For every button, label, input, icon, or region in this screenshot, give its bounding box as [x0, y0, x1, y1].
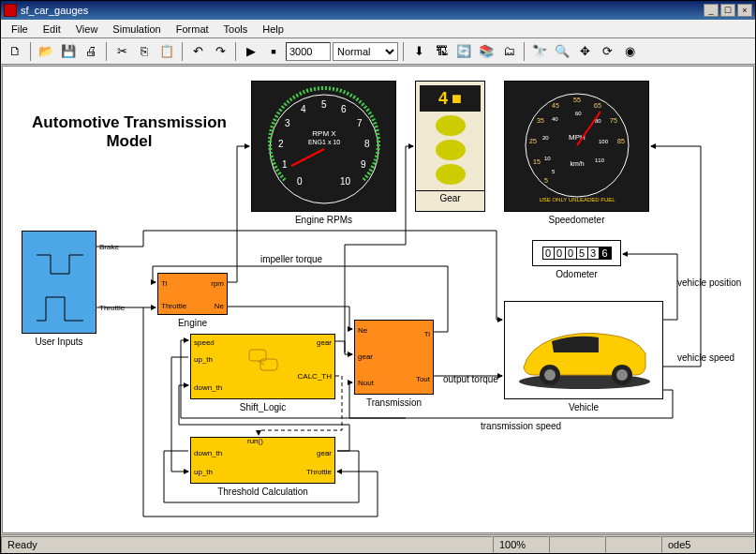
svg-text:7: 7: [357, 118, 363, 128]
redo-button[interactable]: ↷: [210, 41, 230, 62]
block-shift-logic[interactable]: speed up_th down_th gear CALC_TH: [190, 334, 335, 399]
sig-impeller-torque: impeller torque: [260, 254, 322, 264]
menu-format[interactable]: Format: [170, 22, 215, 37]
menu-tools[interactable]: Tools: [217, 22, 255, 37]
close-button[interactable]: ×: [737, 4, 752, 17]
play-button[interactable]: ▶: [241, 41, 261, 62]
sig-vehicle-position: vehicle position: [677, 277, 724, 288]
menu-help[interactable]: Help: [256, 22, 290, 37]
label-vehicle: Vehicle: [504, 402, 663, 412]
find-button[interactable]: 🔭: [529, 41, 550, 62]
stop-button[interactable]: ■: [263, 41, 284, 62]
sig-vehicle-speed: vehicle speed: [677, 352, 724, 363]
svg-text:5: 5: [544, 177, 548, 184]
cut-button[interactable]: ✂: [111, 41, 132, 62]
block-vehicle[interactable]: [504, 301, 663, 399]
window-title: sf_car_gauges: [21, 5, 88, 16]
label-engine-rpms: Engine RPMs: [251, 215, 396, 225]
toolbar: 🗋 📂 💾 🖨 ✂ ⎘ 📋 ↶ ↷ ▶ ■ Normal ⬇ 🏗 🔄 📚 🗂 🔭…: [1, 38, 755, 65]
simmode-select[interactable]: Normal: [333, 42, 398, 61]
explorer-button[interactable]: 🗂: [498, 41, 519, 62]
svg-text:4: 4: [301, 104, 306, 114]
svg-text:8: 8: [364, 139, 370, 149]
svg-point-44: [616, 369, 628, 381]
stoptime-input[interactable]: [286, 42, 331, 61]
svg-text:9: 9: [361, 159, 366, 170]
maximize-button[interactable]: ☐: [720, 4, 735, 17]
label-shift-logic: Shift_Logic: [190, 402, 335, 412]
label-odometer: Odometer: [532, 269, 621, 279]
status-ready: Ready: [1, 536, 493, 553]
svg-text:6: 6: [341, 104, 347, 114]
copy-button[interactable]: ⎘: [134, 41, 155, 62]
label-speedometer: Speedometer: [504, 215, 649, 225]
svg-text:3: 3: [285, 118, 290, 128]
menu-edit[interactable]: Edit: [37, 22, 67, 37]
svg-text:75: 75: [610, 117, 617, 124]
svg-text:25: 25: [529, 138, 537, 144]
svg-text:45: 45: [552, 102, 559, 109]
block-user-inputs[interactable]: [22, 231, 96, 334]
svg-text:85: 85: [617, 138, 625, 144]
titlebar[interactable]: sf_car_gauges _ ☐ ×: [1, 1, 755, 20]
svg-text:1: 1: [282, 159, 288, 170]
status-zoom: 100%: [493, 536, 549, 553]
status-empty1: [549, 536, 605, 553]
block-odometer[interactable]: 0 0 0 5 3 6: [532, 240, 621, 266]
paste-button[interactable]: 📋: [156, 41, 177, 62]
refresh-button[interactable]: ⟳: [597, 41, 617, 62]
label-engine: Engine: [157, 318, 228, 328]
svg-text:110: 110: [595, 157, 605, 163]
minimize-button[interactable]: _: [704, 4, 719, 17]
sig-transmission-speed: transmission speed: [481, 421, 561, 431]
svg-text:0: 0: [297, 176, 303, 187]
zoom-button[interactable]: 🔍: [552, 41, 572, 62]
svg-text:20: 20: [542, 135, 549, 141]
svg-text:ENG1 x 10: ENG1 x 10: [308, 139, 340, 145]
library-button[interactable]: 📚: [476, 41, 497, 62]
block-engine-rpms[interactable]: RPM X ENG1 x 10 0 1 2 3 4 5 6 7 8 9 10: [251, 81, 396, 212]
undo-button[interactable]: ↶: [187, 41, 208, 62]
block-gear[interactable]: 4■ Gear: [415, 81, 485, 212]
svg-text:55: 55: [573, 97, 581, 103]
sig-output-torque: output torque: [443, 374, 498, 384]
block-engine[interactable]: Ti Throttle rpm Ne: [157, 273, 228, 315]
svg-text:10: 10: [544, 156, 551, 161]
port-brake: Brake: [99, 243, 119, 251]
label-user-inputs: User Inputs: [22, 337, 96, 347]
menubar: File Edit View Simulation Format Tools H…: [1, 20, 755, 38]
status-solver: ode5: [661, 536, 755, 553]
save-button[interactable]: 💾: [58, 41, 79, 62]
menu-view[interactable]: View: [69, 22, 105, 37]
step-button[interactable]: ⬇: [408, 41, 429, 62]
debug-button[interactable]: ◉: [619, 41, 640, 62]
new-button[interactable]: 🗋: [5, 41, 25, 62]
label-threshold-calc: Threshold Calculation: [190, 487, 335, 497]
svg-text:5: 5: [321, 99, 327, 110]
block-transmission[interactable]: Ne gear Nout Ti Tout: [354, 320, 434, 395]
status-empty2: [605, 536, 661, 553]
port-throttle: Throttle: [99, 304, 125, 312]
svg-text:USE ONLY UNLEADED FUEL: USE ONLY UNLEADED FUEL: [539, 197, 615, 202]
block-speedometer[interactable]: MPH km/h 5 15 25 35 45 55 65 75 85 5 10 …: [504, 81, 649, 212]
build-button[interactable]: 🏗: [431, 41, 452, 62]
app-window: sf_car_gauges _ ☐ × File Edit View Simul…: [0, 0, 756, 554]
svg-point-42: [544, 369, 556, 381]
svg-text:2: 2: [278, 139, 284, 149]
open-button[interactable]: 📂: [36, 41, 56, 62]
svg-text:15: 15: [533, 158, 541, 165]
svg-text:100: 100: [599, 139, 609, 144]
block-threshold-calc[interactable]: down_th up_th gear Throttle run(): [190, 437, 335, 484]
update-button[interactable]: 🔄: [453, 41, 474, 62]
svg-text:10: 10: [340, 176, 351, 187]
svg-text:km/h: km/h: [570, 160, 584, 167]
pan-button[interactable]: ✥: [574, 41, 595, 62]
menu-simulation[interactable]: Simulation: [106, 22, 167, 37]
model-canvas[interactable]: Automotive Transmission Model User Input…: [2, 66, 754, 533]
menu-file[interactable]: File: [5, 22, 35, 37]
print-button[interactable]: 🖨: [81, 41, 101, 62]
app-icon: [4, 4, 17, 17]
svg-text:65: 65: [594, 102, 601, 109]
statusbar: Ready 100% ode5: [1, 534, 755, 553]
svg-text:40: 40: [552, 116, 558, 122]
